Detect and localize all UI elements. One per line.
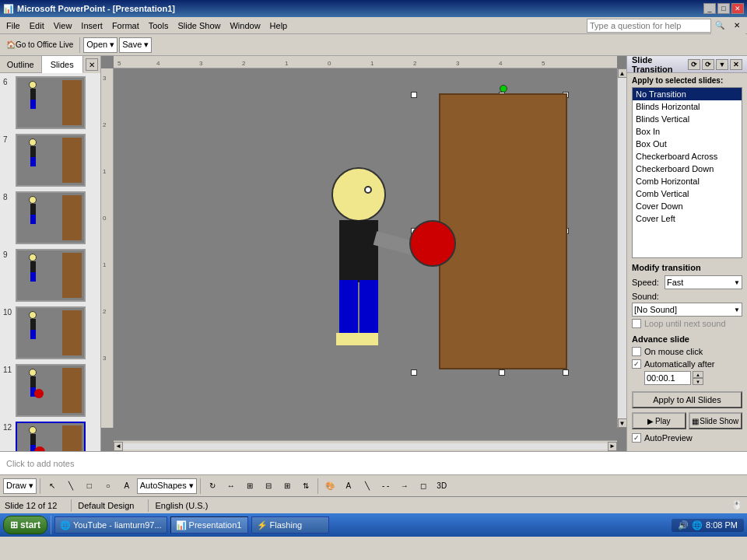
open-dropdown[interactable]: Open ▾	[83, 37, 117, 53]
panel-icon-2[interactable]: ⟳	[702, 59, 714, 70]
taskbar-youtube[interactable]: 🌐 YouTube - liamturn97...	[54, 516, 167, 534]
slide-thumb-7[interactable]: 7	[2, 132, 99, 188]
trans-checkerboard-across[interactable]: Checkerboard Across	[633, 150, 742, 163]
line-button[interactable]: ╲	[62, 478, 79, 495]
slide-thumb-9[interactable]: 9	[2, 247, 99, 303]
rotate-handle[interactable]	[500, 85, 507, 93]
slide-thumb-12[interactable]: 12	[2, 420, 99, 451]
save-dropdown[interactable]: Save ▾	[119, 37, 152, 53]
flip-button[interactable]: ↔	[223, 478, 240, 495]
fill-color-button[interactable]: 🎨	[321, 478, 338, 495]
slide-content[interactable]	[144, 81, 587, 415]
group-button[interactable]: ⊞	[241, 478, 258, 495]
panel-close-icon[interactable]: ✕	[730, 59, 742, 70]
panel-icon-1[interactable]: ⟳	[688, 59, 700, 70]
font-color-button[interactable]: A	[340, 478, 357, 495]
slides-list[interactable]: 6 7	[0, 73, 100, 451]
draw-button[interactable]: Draw ▾	[3, 478, 37, 494]
speed-select[interactable]: Fast ▼	[665, 275, 742, 289]
scroll-down-button[interactable]: ▼	[618, 418, 627, 428]
trans-box-out[interactable]: Box Out	[633, 138, 742, 150]
slide-thumb-8[interactable]: 8	[2, 190, 99, 246]
menu-insert[interactable]: Insert	[76, 19, 107, 32]
menu-view[interactable]: View	[49, 19, 77, 32]
apply-all-button[interactable]: Apply to All Slides	[632, 391, 742, 408]
autopreview-checkbox[interactable]: ✓	[632, 433, 641, 443]
hscrollbar[interactable]: ◄ ►	[114, 440, 617, 451]
regroup-button[interactable]: ⊞	[279, 478, 296, 495]
mouse-click-row: On mouse click	[632, 347, 742, 356]
flash-icon: ⚡	[257, 520, 268, 530]
scroll-right-button[interactable]: ►	[608, 442, 617, 451]
char-foot-right	[356, 333, 378, 345]
start-button[interactable]: ⊞ start	[3, 516, 47, 534]
menu-tools[interactable]: Tools	[144, 19, 174, 32]
transition-list[interactable]: No Transition Blinds Horizontal Blinds V…	[632, 87, 742, 258]
vscrollbar[interactable]: ▲ ▼	[617, 68, 626, 428]
question-input[interactable]	[587, 19, 711, 33]
text-button[interactable]: A	[118, 478, 135, 495]
question-search-button[interactable]: 🔍	[711, 17, 728, 34]
panel-close-button[interactable]: ✕	[86, 58, 98, 71]
office-live-button[interactable]: 🏠 Go to Office Live	[3, 37, 76, 54]
panel-icon-3[interactable]: ▼	[716, 59, 728, 70]
line-color-button[interactable]: ╲	[359, 478, 376, 495]
apply-section: Apply to selected slides: No Transition …	[627, 73, 747, 260]
trans-blinds-vertical[interactable]: Blinds Vertical	[633, 113, 742, 125]
trans-cover-left[interactable]: Cover Left	[633, 212, 742, 225]
taskbar: ⊞ start 🌐 YouTube - liamturn97... 📊 Pres…	[0, 513, 747, 537]
rect-button[interactable]: □	[81, 478, 98, 495]
rotate-button[interactable]: ↻	[204, 478, 221, 495]
time-down-button[interactable]: ▼	[693, 378, 703, 385]
loop-row: Loop until next sound	[632, 319, 742, 328]
dash-style-button[interactable]: - -	[377, 478, 395, 495]
slideshow-button[interactable]: ▦ Slide Show	[689, 412, 743, 429]
char-foot-left	[336, 333, 358, 345]
maximize-button[interactable]: □	[717, 3, 730, 14]
question-close-button[interactable]: ✕	[728, 17, 745, 34]
time-up-button[interactable]: ▲	[693, 371, 703, 378]
play-button[interactable]: ▶ Play	[632, 412, 686, 429]
draw-order-button[interactable]: ⇅	[297, 478, 314, 495]
time-spinner[interactable]: ▲ ▼	[693, 371, 703, 385]
trans-comb-horizontal[interactable]: Comb Horizontal	[633, 175, 742, 187]
slide-thumb-10[interactable]: 10	[2, 305, 99, 361]
tab-outline[interactable]: Outline	[0, 56, 42, 73]
slide-thumb-11[interactable]: 11	[2, 362, 99, 418]
shadow-button[interactable]: ◻	[415, 478, 432, 495]
tab-slides[interactable]: Slides	[42, 56, 84, 73]
trans-cover-down[interactable]: Cover Down	[633, 200, 742, 212]
minimize-button[interactable]: _	[703, 3, 716, 14]
menu-format[interactable]: Format	[107, 19, 144, 32]
arrow-style-button[interactable]: →	[396, 478, 413, 495]
ungroup-button[interactable]: ⊟	[260, 478, 277, 495]
trans-checkerboard-down[interactable]: Checkerboard Down	[633, 163, 742, 175]
taskbar-flashing[interactable]: ⚡ Flashing	[251, 516, 329, 534]
trans-blinds-horizontal[interactable]: Blinds Horizontal	[633, 100, 742, 113]
3d-button[interactable]: 3D	[433, 478, 451, 495]
loop-checkbox[interactable]	[632, 319, 641, 328]
autoshapes-button[interactable]: AutoShapes ▾	[137, 478, 197, 494]
scroll-left-button[interactable]: ◄	[114, 442, 123, 451]
menu-slideshow[interactable]: Slide Show	[173, 19, 225, 32]
trans-box-in[interactable]: Box In	[633, 125, 742, 138]
time-row: 00:00.1 ▲ ▼	[632, 371, 742, 385]
sel-handle-bl	[563, 369, 569, 376]
notes-area[interactable]: Click to add notes	[0, 451, 747, 474]
menu-help[interactable]: Help	[265, 19, 293, 32]
ellipse-button[interactable]: ○	[100, 478, 117, 495]
trans-comb-vertical[interactable]: Comb Vertical	[633, 187, 742, 200]
menu-file[interactable]: File	[2, 19, 25, 32]
sound-select[interactable]: [No Sound] ▼	[632, 303, 742, 317]
slide-thumb-6[interactable]: 6	[2, 75, 99, 131]
mouse-click-checkbox[interactable]	[632, 347, 641, 356]
scroll-up-button[interactable]: ▲	[618, 68, 627, 78]
time-input[interactable]: 00:00.1	[644, 371, 691, 385]
menu-edit[interactable]: Edit	[25, 19, 49, 32]
menu-window[interactable]: Window	[225, 19, 265, 32]
trans-no-transition[interactable]: No Transition	[633, 88, 742, 100]
auto-after-checkbox[interactable]: ✓	[632, 359, 641, 369]
close-button[interactable]: ✕	[731, 3, 744, 14]
taskbar-presentation[interactable]: 📊 Presentation1	[170, 516, 248, 534]
cursor-button[interactable]: ↖	[44, 478, 61, 495]
